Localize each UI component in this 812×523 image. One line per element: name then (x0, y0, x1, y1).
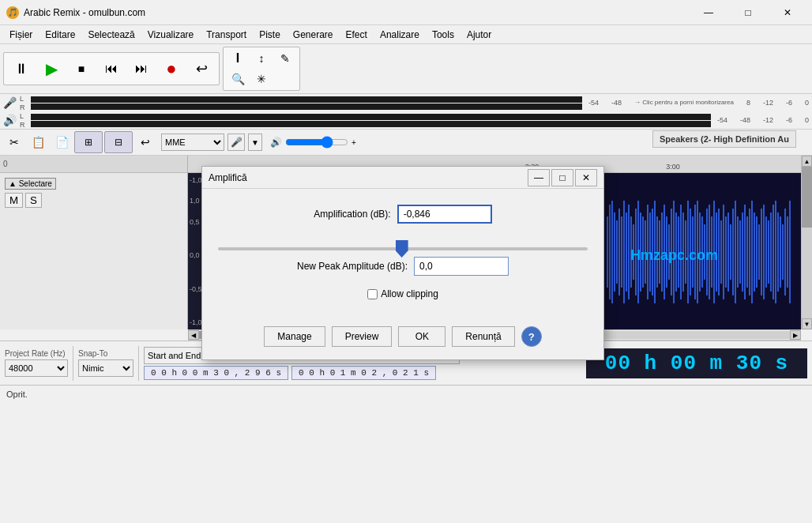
mute-button[interactable]: M (5, 193, 23, 208)
svg-rect-152 (720, 220, 722, 284)
dropdown-arrow-button[interactable]: ▼ (248, 134, 262, 151)
scroll-left-button[interactable]: ◀ (188, 330, 199, 340)
menu-transport[interactable]: Transport (200, 25, 253, 44)
help-button[interactable]: ? (521, 326, 542, 347)
menu-analizare[interactable]: Analizare (374, 25, 426, 44)
vertical-scrollbar[interactable]: ▲ ▼ (801, 156, 812, 329)
svg-rect-171 (765, 216, 767, 288)
amp-input[interactable] (397, 205, 492, 224)
svg-rect-169 (761, 209, 762, 295)
divider-1 (73, 346, 73, 381)
window-controls: — □ ✕ (690, 0, 806, 25)
minimize-button[interactable]: — (690, 0, 727, 25)
multi-tool[interactable]: ✳ (250, 70, 273, 88)
driver-select[interactable]: MME (161, 134, 224, 151)
solo-button[interactable]: S (25, 193, 42, 208)
watermark-text: Hmzapc.com (630, 247, 718, 263)
svg-rect-113 (628, 205, 630, 299)
cut-button[interactable]: ✂ (3, 131, 25, 153)
svg-rect-154 (725, 216, 727, 288)
svg-rect-111 (623, 201, 625, 303)
amplify-dialog: Amplifică — □ ✕ Amplification (dB): New … (201, 166, 604, 360)
prev-button[interactable]: ⏮ (97, 55, 126, 83)
trim-button[interactable]: ⊞ (74, 131, 103, 153)
scroll-track (802, 167, 812, 318)
dialog-titlebar: Amplifică — □ ✕ (202, 167, 603, 189)
svg-rect-158 (735, 201, 736, 303)
scroll-down-button[interactable]: ▼ (802, 318, 812, 329)
svg-rect-178 (782, 224, 784, 280)
svg-rect-160 (739, 220, 741, 284)
allow-clipping-checkbox[interactable] (367, 289, 378, 299)
menu-selecteaza[interactable]: Selectează (81, 25, 141, 44)
menu-bar: Fișier Editare Selectează Vizualizare Tr… (0, 25, 812, 44)
snap-section: Snap-To Nimic (78, 349, 133, 377)
dialog-close-button[interactable]: ✕ (575, 169, 597, 186)
divider-2 (138, 346, 139, 381)
track-select-button[interactable]: ▲ Selectare (5, 178, 56, 190)
menu-tools[interactable]: Tools (426, 25, 461, 44)
snap-select[interactable]: Nimic (78, 359, 133, 377)
scroll-up-button[interactable]: ▲ (802, 156, 812, 167)
menu-fisier[interactable]: Fișier (3, 25, 39, 44)
svg-rect-180 (787, 216, 788, 288)
menu-editare[interactable]: Editare (39, 25, 81, 44)
dialog-maximize-button[interactable]: □ (551, 169, 573, 186)
menu-efect[interactable]: Efect (340, 25, 374, 44)
svg-rect-179 (784, 209, 786, 295)
title-bar: 🎵 Arabic Remix - omulbun.com — □ ✕ (0, 0, 812, 25)
svg-rect-105 (609, 205, 611, 299)
status-text: Oprit. (6, 389, 28, 399)
preview-button[interactable]: Preview (332, 326, 393, 347)
silence-button[interactable]: ⊟ (104, 131, 133, 153)
stop-button[interactable]: ■ (67, 55, 96, 83)
manage-button[interactable]: Manage (264, 326, 325, 347)
svg-rect-176 (777, 213, 779, 292)
maximize-button[interactable]: □ (730, 0, 766, 25)
peak-input[interactable] (414, 257, 509, 276)
scroll-thumb[interactable] (802, 167, 812, 228)
play-button[interactable]: ▶ (37, 55, 66, 83)
record-button[interactable]: ● (157, 55, 186, 83)
output-device-label: Speakers (2- High Definition Au (652, 130, 796, 148)
close-button[interactable]: ✕ (769, 0, 806, 25)
svg-rect-109 (618, 209, 620, 295)
svg-rect-165 (751, 201, 753, 303)
svg-rect-177 (780, 216, 781, 288)
svg-rect-153 (723, 205, 724, 299)
svg-rect-173 (770, 213, 772, 292)
magnify-tool[interactable]: 🔍 (227, 70, 249, 88)
menu-ajutor[interactable]: Ajutor (461, 25, 498, 44)
svg-rect-164 (749, 209, 750, 295)
svg-rect-157 (732, 209, 734, 295)
copy-button[interactable]: 📋 (27, 131, 49, 153)
volume-slider[interactable] (285, 136, 348, 149)
pause-button[interactable]: ⏸ (7, 55, 36, 83)
loop-button[interactable]: ↩ (187, 55, 216, 83)
menu-piste[interactable]: Piste (253, 25, 287, 44)
next-button[interactable]: ⏭ (127, 55, 156, 83)
draw-tool[interactable]: ✎ (274, 49, 296, 68)
speaker-icon: 🔊 (3, 114, 17, 126)
mic-icon: 🎤 (3, 96, 17, 109)
svg-rect-175 (775, 201, 776, 303)
menu-generare[interactable]: Generare (287, 25, 340, 44)
ok-button[interactable]: OK (398, 326, 445, 347)
dialog-minimize-button[interactable]: — (528, 169, 550, 186)
svg-rect-174 (773, 205, 774, 299)
undo-button[interactable]: ↩ (134, 131, 156, 153)
cancel-button[interactable]: Renunță (452, 326, 514, 347)
paste-button[interactable]: 📄 (51, 131, 73, 153)
menu-vizualizare[interactable]: Vizualizare (141, 25, 200, 44)
sel-start-display: 0 0 h 0 0 m 3 0 , 2 9 6 s (144, 366, 288, 380)
amp-slider-thumb[interactable] (396, 240, 408, 258)
svg-rect-159 (737, 216, 739, 288)
scroll-right-button[interactable]: ▶ (790, 330, 801, 340)
sel-end-display: 0 0 h 0 1 m 0 2 , 0 2 1 s (291, 366, 436, 380)
project-rate-section: Project Rate (Hz) 48000 (5, 349, 68, 377)
input-mic-button[interactable]: 🎤 (227, 134, 245, 151)
zoom-tool[interactable]: ↕ (250, 49, 273, 68)
cursor-tool[interactable]: I (227, 49, 249, 68)
project-rate-select[interactable]: 48000 (5, 359, 68, 377)
svg-rect-108 (616, 220, 618, 284)
